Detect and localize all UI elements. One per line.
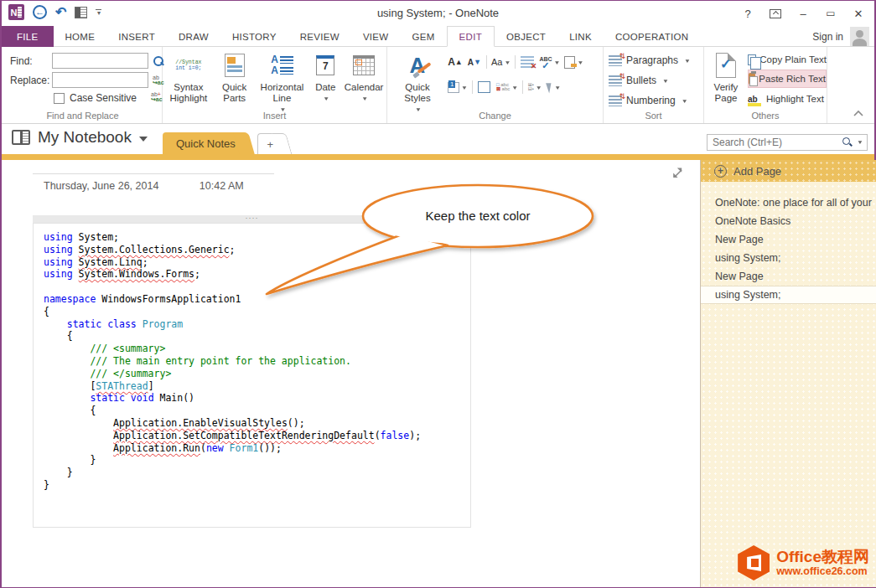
group-others: Verify Page Copy Plain Text Paste Rich T… <box>704 47 827 123</box>
section-tab-quick-notes[interactable]: Quick Notes <box>163 132 244 154</box>
onenote-window: N ← ↶ ▾ using System; - OneNote ? – ▭ ✕ … <box>0 0 876 588</box>
page-list-item[interactable]: New Page <box>701 230 876 249</box>
ribbon-tab-cooperation[interactable]: COOPERATION <box>604 26 700 47</box>
page-number-icon <box>448 82 459 93</box>
paragraphs-label: Paragraphs <box>626 54 678 66</box>
numbering-label: Numbering <box>626 95 676 106</box>
ribbon-tab-history[interactable]: HISTORY <box>220 26 288 47</box>
page-date-line: Thursday, June 26, 2014 10:42 AM <box>44 180 244 192</box>
new-section-button[interactable]: + <box>257 133 282 154</box>
notebook-name: My Notebook <box>38 128 132 147</box>
group-insert: //Syntax int i=0; Syntax Highlight Quick… <box>163 47 387 123</box>
office-logo-icon <box>738 545 770 580</box>
ribbon-tab-edit[interactable]: EDIT <box>447 26 495 47</box>
copy-plain-text-button[interactable]: Copy Plain Text <box>748 50 827 69</box>
replace-all-button[interactable]: ab+↪ac <box>151 92 163 102</box>
callout-text: Keep the text color <box>425 209 530 223</box>
group-find-and-replace: Find: Replace: ab↪ac Case Sensitive ab+↪… <box>3 47 163 123</box>
bullets-button[interactable]: Bullets▼ <box>609 70 703 90</box>
case-sensitive-checkbox[interactable] <box>54 93 65 104</box>
minimize-button[interactable]: – <box>792 4 814 23</box>
copy-icon <box>748 54 756 65</box>
group-change: A Quick Styles▼ A▲ A▼ Aa▼ ABC✓ ▼ ▼ ▼ <box>387 47 604 123</box>
ribbon-tab-home[interactable]: HOME <box>54 26 107 47</box>
frame-button[interactable] <box>477 78 492 96</box>
lists-button[interactable]: □ abc⊠ abc▼ <box>496 78 518 96</box>
collapse-ribbon-button[interactable] <box>853 110 864 118</box>
page-list-item[interactable]: using System; <box>701 249 876 267</box>
group-label-others: Others <box>704 111 827 121</box>
search-box[interactable]: ▼ <box>707 134 868 151</box>
ribbon-tab-review[interactable]: REVIEW <box>288 26 351 47</box>
help-button[interactable]: ? <box>737 4 759 23</box>
group-label-change: Change <box>387 111 603 121</box>
page-time: 10:42 AM <box>200 180 244 192</box>
replace-input[interactable] <box>52 72 148 88</box>
callout-bubble[interactable]: Keep the text color <box>253 175 614 309</box>
fields-button[interactable]: ⊞•⊟•▼ <box>527 78 542 96</box>
remove-formatting-button[interactable] <box>520 53 535 71</box>
syntax-highlight-icon: //Syntax int i=0; <box>175 59 201 71</box>
page-date: Thursday, June 26, 2014 <box>44 180 158 192</box>
ribbon-tab-row: FILEHOMEINSERTDRAWHISTORYREVIEWVIEWGEMED… <box>2 26 874 47</box>
paste-rich-text-label: Paste Rich Text <box>759 74 826 84</box>
verify-page-icon <box>716 53 736 78</box>
add-page-button[interactable]: + Add Page <box>701 160 876 182</box>
chevron-down-icon: ▼ <box>323 94 329 102</box>
notebook-navbar: My Notebook Quick Notes + ▼ <box>2 124 874 154</box>
change-case-button[interactable]: Aa▼ <box>491 53 511 71</box>
quick-styles-label: Quick Styles <box>394 82 441 104</box>
full-page-view-icon[interactable] <box>671 167 685 180</box>
ribbon-tab-view[interactable]: VIEW <box>351 26 401 47</box>
search-input[interactable] <box>713 137 842 148</box>
ribbon-tab-object[interactable]: OBJECT <box>495 26 557 47</box>
page-list-item[interactable]: using System; <box>701 286 876 304</box>
replace-label: Replace: <box>10 75 52 86</box>
lists-icon: □ abc⊠ abc <box>496 83 510 91</box>
ribbon-tab-insert[interactable]: INSERT <box>106 26 167 47</box>
date-label: Date <box>315 82 335 93</box>
spelling-button[interactable]: ABC✓ ▼ <box>539 53 560 71</box>
convert-button[interactable]: ▼ <box>564 53 583 71</box>
plus-icon: + <box>267 138 274 151</box>
ribbon-tabs: FILEHOMEINSERTDRAWHISTORYREVIEWVIEWGEMED… <box>2 26 700 47</box>
select-cursor-icon <box>546 81 554 93</box>
paste-rich-text-button[interactable]: Paste Rich Text <box>748 70 827 88</box>
numbering-button[interactable]: Numbering▼ <box>609 90 703 111</box>
page-list-item[interactable]: New Page <box>701 267 876 286</box>
search-scope-dropdown-icon[interactable]: ▼ <box>857 139 863 145</box>
sign-in-link[interactable]: Sign in <box>812 31 843 43</box>
paragraphs-button[interactable]: Paragraphs▼ <box>609 50 703 70</box>
find-input[interactable] <box>52 53 148 69</box>
chevron-down-icon: ▼ <box>361 94 368 102</box>
ribbon-tab-link[interactable]: LINK <box>557 26 604 47</box>
ribbon-tab-file[interactable]: FILE <box>2 26 54 47</box>
highlight-text-button[interactable]: ab Highlight Text <box>748 90 827 108</box>
verify-page-button[interactable]: Verify Page <box>708 49 744 104</box>
ribbon-tab-draw[interactable]: DRAW <box>167 26 220 47</box>
quick-styles-button[interactable]: A Quick Styles▼ <box>394 49 441 115</box>
notebook-switcher[interactable]: My Notebook <box>12 128 148 147</box>
user-avatar-icon[interactable] <box>850 27 869 46</box>
replace-all-icon: ab+↪ac <box>151 92 163 102</box>
date-icon: 7 <box>316 55 334 75</box>
numbering-icon <box>609 95 622 106</box>
quick-parts-icon <box>225 54 245 77</box>
page-canvas[interactable]: Thursday, June 26, 2014 10:42 AM ···· us… <box>2 160 700 587</box>
page-number-button[interactable]: ▼ <box>448 78 468 96</box>
ribbon-display-options-button[interactable] <box>765 4 786 23</box>
case-sensitive-label: Case Sensitive <box>70 92 137 104</box>
notebook-icon <box>12 130 30 145</box>
close-button[interactable]: ✕ <box>847 4 869 23</box>
spelling-icon: ABC✓ <box>539 56 552 69</box>
page-list-item[interactable]: OneNote: one place for all of your <box>701 193 876 212</box>
ribbon-tab-gem[interactable]: GEM <box>400 26 446 47</box>
highlight-text-label: Highlight Text <box>766 94 824 104</box>
select-button[interactable]: ▼ <box>547 78 562 96</box>
shrink-font-button[interactable]: A▼ <box>467 53 482 71</box>
horizontal-line-label: Horizontal Line <box>255 82 310 104</box>
watermark-url: www.office26.com <box>776 565 869 577</box>
maximize-button[interactable]: ▭ <box>820 4 842 23</box>
grow-font-button[interactable]: A▲ <box>448 53 463 71</box>
page-list-item[interactable]: OneNote Basics <box>701 212 876 230</box>
